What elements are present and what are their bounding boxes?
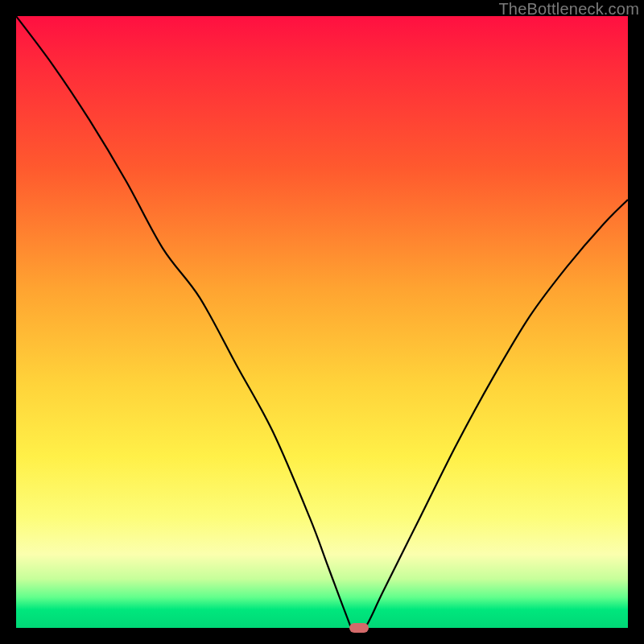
plot-area: [16, 16, 628, 628]
chart-frame: TheBottleneck.com: [0, 0, 644, 644]
bottleneck-curve: [16, 16, 628, 628]
optimal-point-marker: [349, 623, 369, 633]
curve-path: [16, 16, 628, 628]
